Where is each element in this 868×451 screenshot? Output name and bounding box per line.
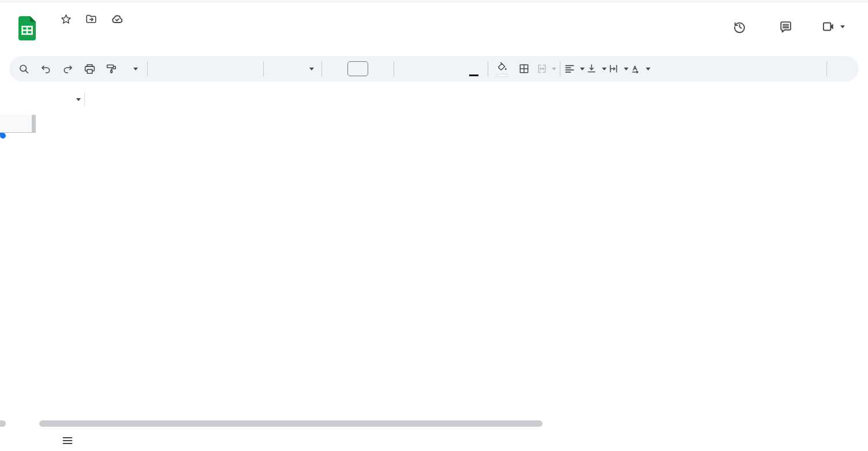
cloud-status-icon[interactable] [110, 12, 124, 26]
text-rotation-caret[interactable] [646, 68, 650, 70]
strikethrough-button[interactable] [441, 58, 463, 79]
zoom-control[interactable] [122, 58, 144, 79]
borders-button[interactable] [513, 58, 535, 79]
vertical-align-caret[interactable] [602, 68, 607, 70]
column-header-row [0, 115, 868, 133]
formula-bar [0, 84, 868, 115]
font-caret [309, 68, 314, 70]
merge-caret [552, 68, 556, 70]
top-bar [0, 2, 868, 55]
font-selector[interactable] [267, 58, 319, 79]
zoom-caret [133, 68, 138, 70]
redo-button[interactable] [57, 58, 78, 79]
paint-format-button[interactable] [100, 58, 122, 79]
increase-decimal-button[interactable] [216, 58, 238, 79]
text-rotation-button[interactable] [629, 58, 651, 79]
decrease-decimal-button[interactable] [194, 58, 216, 79]
text-color-swatch [469, 74, 478, 77]
all-sheets-icon[interactable] [61, 434, 74, 447]
fill-handle[interactable] [0, 133, 6, 139]
merge-cells-button [535, 58, 557, 79]
decrease-font-size-button[interactable] [325, 58, 347, 79]
version-history-icon[interactable] [728, 16, 750, 37]
undo-button[interactable] [35, 58, 57, 79]
spreadsheet-grid [0, 115, 868, 428]
italic-button[interactable] [419, 58, 441, 79]
sheets-logo[interactable] [17, 15, 37, 42]
move-folder-icon[interactable] [85, 13, 98, 25]
vertical-align-button[interactable] [585, 58, 607, 79]
fill-color-button[interactable] [491, 58, 513, 79]
bold-button[interactable] [397, 58, 419, 79]
formula-input[interactable] [93, 84, 868, 115]
more-formats-button[interactable] [238, 58, 260, 79]
font-size-input[interactable] [347, 58, 369, 79]
horizontal-align-button[interactable] [563, 58, 585, 79]
text-wrap-button[interactable] [607, 58, 629, 79]
search-icon[interactable] [13, 58, 35, 79]
horizontal-align-caret[interactable] [580, 68, 585, 70]
sheet-tab-bar [0, 430, 868, 451]
text-color-button[interactable] [463, 58, 485, 79]
name-box-caret[interactable] [76, 98, 81, 101]
text-wrap-caret[interactable] [624, 68, 628, 70]
video-call-dropdown-caret[interactable] [840, 25, 845, 28]
select-all-corner[interactable] [0, 115, 36, 133]
increase-font-size-button[interactable] [369, 58, 391, 79]
horizontal-scrollbar[interactable] [39, 420, 542, 427]
toolbar [9, 56, 859, 81]
name-box[interactable] [0, 98, 81, 101]
video-call-button[interactable] [821, 16, 845, 37]
fill-color-swatch [497, 74, 507, 77]
comments-icon[interactable] [775, 16, 796, 37]
star-icon[interactable] [60, 13, 72, 25]
more-icon[interactable] [830, 58, 852, 79]
currency-format-button[interactable] [151, 58, 173, 79]
percent-format-button[interactable] [173, 58, 194, 79]
print-button[interactable] [78, 58, 100, 79]
